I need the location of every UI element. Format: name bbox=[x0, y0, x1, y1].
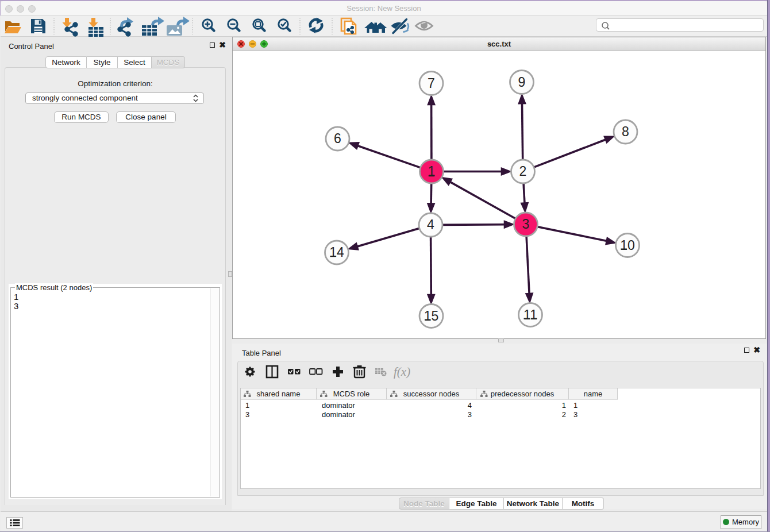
svg-text:10: 10 bbox=[620, 238, 635, 253]
svg-text:15: 15 bbox=[424, 309, 439, 323]
svg-text:7: 7 bbox=[428, 76, 435, 91]
svg-text:8: 8 bbox=[622, 124, 629, 139]
svg-text:6: 6 bbox=[334, 131, 341, 146]
svg-text:3: 3 bbox=[522, 217, 530, 232]
svg-text:f(x): f(x) bbox=[394, 365, 410, 379]
svg-text:2: 2 bbox=[519, 164, 527, 179]
svg-text:9: 9 bbox=[518, 75, 526, 90]
svg-text:11: 11 bbox=[523, 307, 537, 322]
svg-text:14: 14 bbox=[329, 245, 344, 260]
svg-text:4: 4 bbox=[427, 217, 434, 232]
